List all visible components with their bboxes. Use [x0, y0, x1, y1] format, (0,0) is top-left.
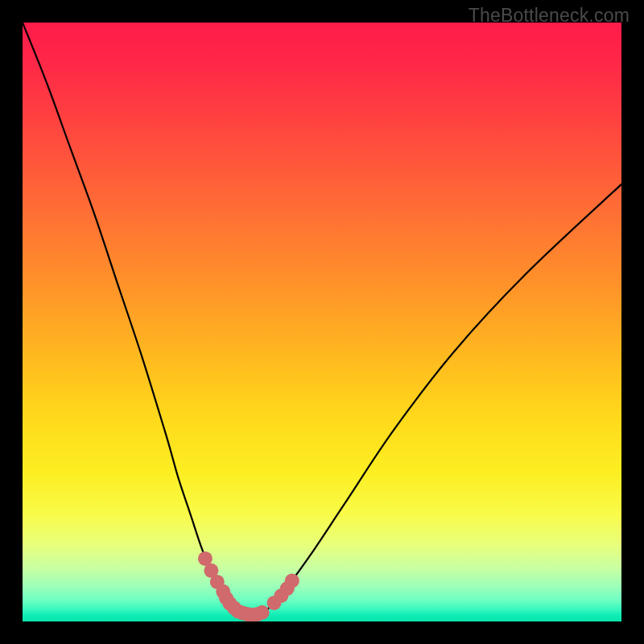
watermark-text: TheBottleneck.com — [469, 5, 630, 27]
chart-frame: TheBottleneck.com — [0, 0, 644, 644]
plot-area — [23, 23, 621, 621]
highlight-dot — [285, 573, 299, 588]
highlight-dot — [255, 605, 270, 620]
bottleneck-curve — [23, 23, 621, 617]
optimal-region-dots — [198, 551, 299, 621]
curve-layer — [23, 23, 621, 621]
